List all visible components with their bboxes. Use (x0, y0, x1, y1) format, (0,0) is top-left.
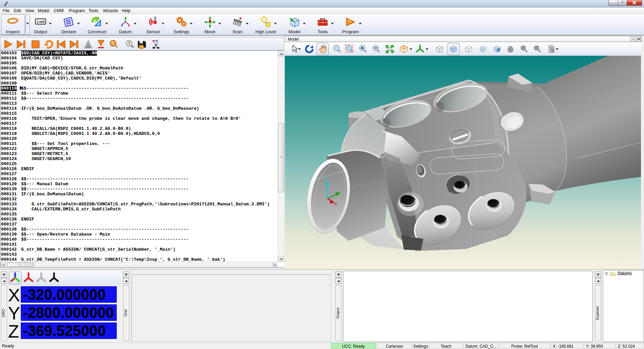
svg-text:Z: Z (325, 175, 328, 181)
svg-text:X: X (334, 201, 337, 207)
svg-text:T: T (128, 41, 130, 45)
